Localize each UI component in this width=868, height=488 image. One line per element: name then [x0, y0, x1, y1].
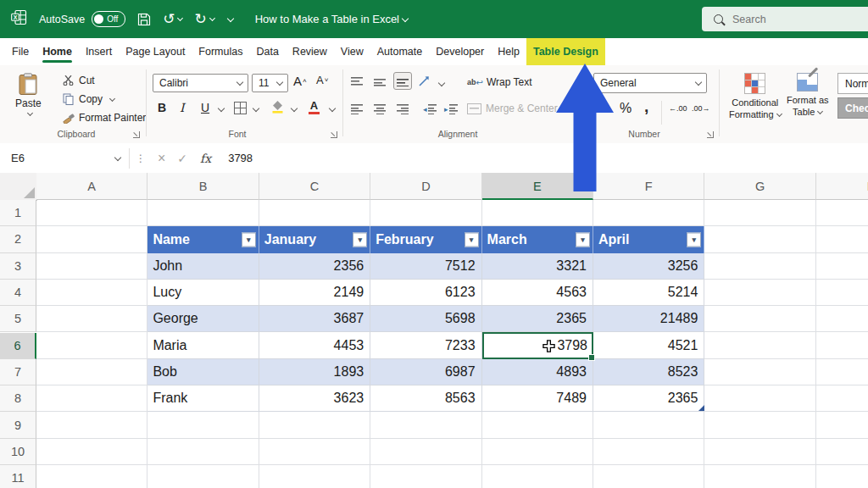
bold-button[interactable]: B	[158, 101, 166, 114]
tab-table-design[interactable]: Table Design	[526, 38, 605, 65]
name-box-dropdown-icon[interactable]	[114, 153, 121, 160]
borders-button[interactable]	[234, 102, 247, 114]
copy-button[interactable]: Copy	[63, 93, 114, 105]
cell-C3[interactable]: 2356	[259, 253, 370, 280]
row-header-5[interactable]: 5	[0, 306, 36, 332]
undo-dropdown-icon[interactable]	[177, 15, 183, 21]
name-box[interactable]: E6	[3, 148, 130, 169]
decrease-font-size-button[interactable]: A˅	[316, 74, 328, 86]
font-color-dropdown-icon[interactable]	[329, 105, 336, 112]
fill-color-dropdown-icon[interactable]	[291, 105, 298, 112]
column-header-C[interactable]: C	[259, 173, 370, 200]
row-header-11[interactable]: 11	[0, 465, 36, 488]
row-header-1[interactable]: 1	[0, 200, 36, 226]
align-bottom-button[interactable]	[393, 72, 412, 90]
tab-file[interactable]: File	[5, 38, 36, 65]
borders-dropdown-icon[interactable]	[253, 105, 259, 112]
column-header-A[interactable]: A	[36, 173, 147, 200]
filter-dropdown-icon[interactable]: ▾	[576, 232, 590, 247]
title-dropdown-icon[interactable]	[402, 14, 409, 21]
clipboard-dialog-launcher-icon[interactable]	[133, 131, 140, 138]
paste-button[interactable]: Paste	[15, 73, 42, 117]
cell-E4[interactable]: 4563	[482, 280, 593, 306]
cell-B5[interactable]: George	[147, 306, 259, 332]
format-painter-button[interactable]: Format Painter	[63, 112, 146, 124]
conditional-formatting-button[interactable]: Conditional Formatting	[729, 73, 782, 121]
orientation-dropdown-icon[interactable]	[438, 80, 445, 86]
autosave-toggle[interactable]: Off	[92, 11, 125, 27]
cell-B7[interactable]: Bob	[147, 359, 259, 385]
comma-style-button[interactable]: ,	[644, 97, 648, 116]
cell-E8[interactable]: 7489	[482, 385, 593, 412]
column-header-B[interactable]: B	[147, 173, 259, 200]
cell-D7[interactable]: 6987	[370, 359, 481, 385]
row-header-9[interactable]: 9	[0, 412, 36, 438]
insert-function-icon[interactable]: fx	[200, 152, 211, 165]
cell-B4[interactable]: Lucy	[147, 280, 259, 306]
underline-button[interactable]: U	[201, 101, 209, 114]
tab-view[interactable]: View	[334, 38, 370, 65]
document-title[interactable]: How to Make a Table in Excel	[255, 13, 408, 25]
percent-style-button[interactable]: %	[620, 101, 632, 116]
cell-D5[interactable]: 5698	[370, 306, 481, 332]
cell-C4[interactable]: 2149	[259, 280, 370, 306]
cell-B8[interactable]: Frank	[147, 385, 259, 412]
column-header-H[interactable]: H	[816, 173, 868, 200]
font-size-select[interactable]: 11	[252, 74, 288, 92]
increase-indent-button[interactable]: ▸	[444, 103, 458, 114]
decrease-decimal-button[interactable]: .00→	[692, 104, 710, 113]
filter-dropdown-icon[interactable]: ▾	[242, 232, 256, 247]
tab-formulas[interactable]: Formulas	[192, 38, 249, 65]
row-header-6[interactable]: 6	[0, 333, 36, 359]
wrap-text-button[interactable]: ab ↩ Wrap Text	[467, 76, 531, 88]
cell-D4[interactable]: 6123	[370, 280, 481, 306]
decrease-indent-button[interactable]: ◂	[423, 103, 437, 114]
cell-F7[interactable]: 8523	[593, 359, 704, 385]
search-input[interactable]	[731, 13, 853, 26]
cancel-icon[interactable]: ×	[158, 151, 165, 166]
search-box[interactable]	[702, 7, 868, 31]
align-middle-button[interactable]	[374, 76, 386, 87]
orientation-button[interactable]	[418, 75, 431, 87]
tab-insert[interactable]: Insert	[79, 38, 119, 65]
undo-button[interactable]: ↺	[163, 12, 182, 26]
filter-dropdown-icon[interactable]: ▾	[687, 232, 701, 247]
increase-font-size-button[interactable]: A˄	[293, 74, 307, 88]
table-resize-handle-icon[interactable]	[698, 405, 704, 411]
cell-D3[interactable]: 7512	[370, 253, 481, 280]
cell-C5[interactable]: 3687	[259, 306, 370, 332]
cell-C8[interactable]: 3623	[259, 385, 370, 412]
font-family-select[interactable]: Calibri	[153, 74, 248, 92]
table-header-february[interactable]: February▾	[370, 226, 481, 252]
cell-E7[interactable]: 4893	[482, 359, 593, 385]
tab-page-layout[interactable]: Page Layout	[119, 38, 192, 65]
select-all-button[interactable]	[0, 173, 37, 201]
filter-dropdown-icon[interactable]: ▾	[353, 232, 367, 247]
cell-E5[interactable]: 2365	[482, 306, 593, 332]
cell-E3[interactable]: 3321	[482, 253, 593, 280]
align-top-button[interactable]	[351, 76, 363, 87]
filter-dropdown-icon[interactable]: ▾	[465, 232, 479, 247]
cell-F4[interactable]: 5214	[593, 280, 704, 306]
format-as-table-button[interactable]: Format as Table	[787, 73, 829, 119]
italic-button[interactable]: I	[180, 101, 185, 114]
font-dialog-launcher-icon[interactable]	[331, 131, 337, 138]
number-dialog-launcher-icon[interactable]	[707, 131, 714, 138]
tab-home[interactable]: Home	[36, 38, 79, 65]
tab-help[interactable]: Help	[491, 38, 526, 65]
table-header-name[interactable]: Name▾	[147, 226, 259, 252]
enter-icon[interactable]: ✓	[177, 152, 187, 165]
excel-app-icon[interactable]: X	[11, 9, 27, 29]
cell-C6[interactable]: 4453	[259, 332, 370, 358]
tab-data[interactable]: Data	[249, 38, 285, 65]
fill-color-button[interactable]	[271, 100, 284, 114]
table-header-march[interactable]: March▾	[482, 226, 593, 252]
paste-dropdown-icon[interactable]	[27, 110, 33, 116]
selected-cell-E6[interactable]: 3798	[482, 332, 593, 358]
tab-review[interactable]: Review	[286, 38, 334, 65]
row-header-7[interactable]: 7	[0, 359, 36, 385]
customize-qat-button[interactable]	[226, 16, 233, 23]
tab-automate[interactable]: Automate	[370, 38, 430, 65]
cell-style-check[interactable]: Check	[837, 97, 868, 119]
column-header-D[interactable]: D	[370, 173, 481, 200]
